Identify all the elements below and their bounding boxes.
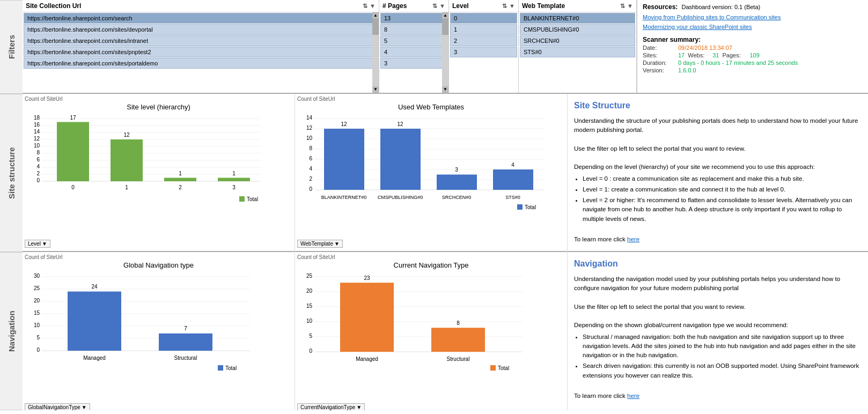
site-structure-bullet-0: Level = 0 : create a communication site … [583, 174, 862, 183]
site-structure-bullets: Level = 0 : create a communication site … [583, 174, 862, 224]
webs-value: 31 [712, 52, 719, 58]
svg-text:Structural: Structural [447, 356, 470, 362]
navigation-area: Count of SiteUrl Global Navigation type … [23, 252, 868, 410]
svg-text:1: 1 [179, 171, 182, 176]
site-structure-area: Count of SiteUrl Site level (hierarchy) … [23, 94, 868, 252]
navigation-learn-more: To learn more click here [574, 391, 862, 401]
filter-sort-icon[interactable]: ⇅ [363, 3, 367, 10]
svg-text:0: 0 [36, 178, 40, 183]
chart-filter-global-nav[interactable]: GlobalNavigationType ▼ [25, 403, 90, 410]
filter-sort-icon[interactable]: ⇅ [620, 3, 625, 10]
svg-text:8: 8 [457, 320, 460, 326]
chart-web-templates: Count of SiteUrl Used Web Templates 14 1… [295, 94, 568, 252]
filter-pages-list: 13 8 5 4 3 ▲ ▼ [379, 12, 448, 93]
duration-value: 0 days - 0 hours - 17 minutes and 25 sec… [678, 60, 798, 66]
sites-label: Sites: [643, 52, 675, 58]
svg-text:1: 1 [125, 184, 128, 190]
filter-sort-icon[interactable]: ⇅ [502, 3, 507, 10]
filter-siteurl-scrollbar[interactable]: ▲ ▼ [372, 12, 379, 93]
navigation-here-link[interactable]: here [627, 393, 639, 399]
filter-pages-item[interactable]: 4 [380, 47, 447, 57]
filter-funnel-icon[interactable]: ▼ [370, 3, 376, 10]
svg-text:Managed: Managed [83, 355, 106, 361]
filter-pages-item[interactable]: 8 [380, 24, 447, 35]
svg-text:10: 10 [306, 318, 313, 324]
svg-text:6: 6 [309, 156, 312, 161]
svg-text:5: 5 [309, 333, 312, 339]
filter-webtemplate-list: BLANKINTERNET#0 CMSPUBLISHING#0 SRCHCEN#… [519, 12, 636, 93]
navigation-title: Navigation [574, 257, 862, 270]
filter-siteurl-item[interactable]: https://bertonline.sharepoint.com/search [24, 13, 378, 24]
navigation-text-panel: Navigation Understanding the navigation … [568, 252, 868, 410]
filter-webtemplate-item[interactable]: STS#0 [520, 47, 635, 57]
scanner-date-row: Date: 09/24/2018 13:34:07 [643, 45, 846, 51]
filter-pages-item[interactable]: 3 [380, 58, 447, 69]
filter-siteurl-item[interactable]: https://bertonline.sharepoint.com/sites/… [24, 35, 378, 46]
count-label-global-nav: Count of SiteUrl [25, 254, 292, 260]
filter-sort-icon[interactable]: ⇅ [432, 3, 437, 10]
filter-pages-scrollbar[interactable]: ▲ ▼ [442, 12, 448, 93]
filter-level-item[interactable]: 3 [450, 47, 517, 57]
version-label: Version: [643, 67, 675, 73]
filter-level: Level ⇅ ▼ 0 1 2 3 [449, 0, 519, 93]
svg-text:25: 25 [34, 285, 40, 291]
dropdown-icon: ▼ [42, 241, 47, 247]
version-value: 1.6.0.0 [678, 67, 696, 73]
filter-pages-header: # Pages ⇅ ▼ [379, 0, 448, 12]
filter-webtemplate-item[interactable]: SRCHCEN#0 [520, 35, 635, 46]
filter-siteurl-item[interactable]: https://bertonline.sharepoint.com/sites/… [24, 24, 378, 35]
svg-text:Managed: Managed [356, 356, 378, 362]
filter-funnel-icon[interactable]: ▼ [509, 3, 515, 10]
filter-webtemplate-item[interactable]: CMSPUBLISHING#0 [520, 24, 635, 35]
filter-level-item[interactable]: 2 [450, 35, 517, 46]
dropdown-icon: ▼ [82, 404, 87, 410]
scroll-up-btn[interactable]: ▲ [442, 12, 448, 19]
svg-rect-59 [493, 169, 533, 190]
filter-siteurl-item[interactable]: https://bertonline.sharepoint.com/sites/… [24, 58, 378, 69]
svg-rect-29 [218, 178, 250, 182]
svg-text:12: 12 [123, 132, 130, 138]
chart-site-level: Count of SiteUrl Site level (hierarchy) … [23, 94, 295, 252]
svg-text:5: 5 [36, 335, 40, 341]
filter-siteurl-header: Site Collection Url ⇅ ▼ [23, 0, 379, 12]
pages-value: 109 [750, 52, 760, 58]
scroll-up-btn[interactable]: ▲ [372, 12, 379, 19]
site-structure-here-link[interactable]: here [627, 236, 639, 242]
svg-text:0: 0 [309, 348, 312, 354]
svg-text:BLANKINTERNET#0: BLANKINTERNET#0 [321, 195, 367, 200]
navigation-desc3: Depending on the shown global/current na… [574, 321, 862, 330]
site-structure-desc1: Understanding the structure of your publ… [574, 116, 862, 135]
count-label-site-level: Count of SiteUrl [25, 96, 292, 102]
filter-webtemplate-item[interactable]: BLANKINTERNET#0 [520, 13, 635, 24]
scroll-down-btn[interactable]: ▼ [372, 86, 379, 93]
chart-title-current-nav: Current Navigation Type [297, 261, 565, 269]
sidebar-label-navigation: Navigation [0, 252, 23, 410]
chart-filter-level[interactable]: Level ▼ [25, 240, 50, 248]
svg-rect-81 [159, 334, 212, 351]
filter-funnel-icon[interactable]: ▼ [439, 3, 445, 10]
resource-link-2[interactable]: Modernizing your classic SharePoint site… [643, 23, 846, 32]
filter-siteurl-item[interactable]: https://bertonline.sharepoint.com/sites/… [24, 47, 378, 57]
svg-text:12: 12 [397, 121, 403, 127]
svg-text:2: 2 [36, 171, 40, 176]
svg-text:7: 7 [184, 326, 187, 331]
scanner-duration-row: Duration: 0 days - 0 hours - 17 minutes … [643, 60, 846, 66]
svg-text:12: 12 [306, 125, 313, 131]
duration-label: Duration: [643, 60, 675, 66]
filter-pages-item[interactable]: 5 [380, 35, 447, 46]
svg-text:24: 24 [91, 284, 98, 290]
svg-rect-78 [68, 292, 121, 351]
svg-rect-23 [111, 139, 143, 181]
resource-link-1[interactable]: Moving from Publishing sites to Communic… [643, 13, 846, 23]
chart-filter-current-nav[interactable]: CurrentNavigationType ▼ [297, 403, 365, 410]
filter-pages-item[interactable]: 13 [380, 13, 447, 24]
filter-level-item[interactable]: 1 [450, 24, 517, 35]
svg-rect-101 [431, 328, 485, 352]
svg-text:6: 6 [36, 157, 40, 162]
scroll-down-btn[interactable]: ▼ [442, 86, 448, 93]
svg-text:8: 8 [309, 145, 312, 151]
site-structure-desc2: Use the filter op left to select the por… [574, 144, 862, 153]
chart-filter-webtemplate[interactable]: WebTemplate ▼ [297, 240, 343, 248]
filter-funnel-icon[interactable]: ▼ [627, 3, 633, 10]
filter-level-item[interactable]: 0 [450, 13, 517, 24]
